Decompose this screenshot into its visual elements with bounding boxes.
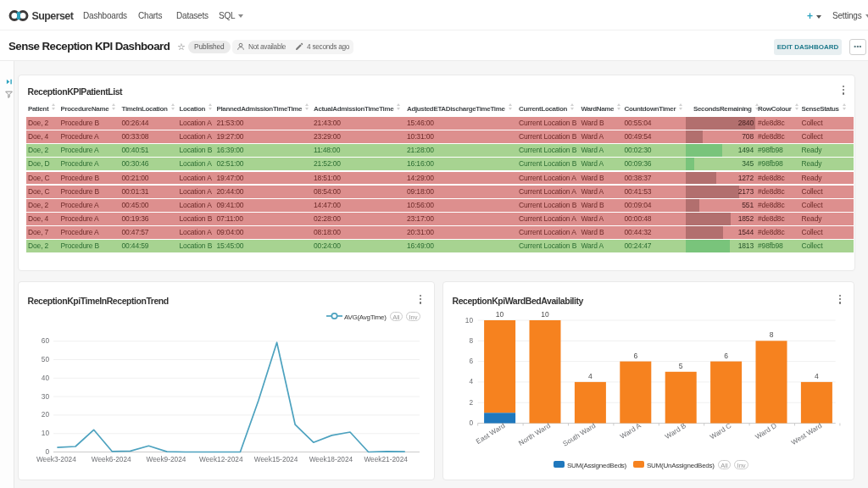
svg-text:4: 4 — [815, 372, 819, 380]
svg-text:Week21-2024: Week21-2024 — [364, 455, 408, 463]
svg-text:4: 4 — [469, 377, 473, 385]
svg-text:Ward C: Ward C — [709, 421, 733, 441]
svg-text:6: 6 — [633, 352, 637, 360]
svg-text:Week18-2024: Week18-2024 — [309, 455, 353, 463]
svg-text:10: 10 — [496, 310, 504, 319]
svg-text:30: 30 — [42, 392, 50, 401]
svg-text:Week6-2024: Week6-2024 — [92, 455, 131, 463]
svg-text:Week12-2024: Week12-2024 — [199, 455, 243, 463]
svg-text:East Ward: East Ward — [475, 421, 507, 446]
svg-text:4: 4 — [588, 372, 593, 380]
svg-text:8: 8 — [469, 336, 473, 345]
svg-text:2: 2 — [469, 398, 473, 407]
svg-text:6: 6 — [724, 352, 728, 360]
svg-text:Week3-2024: Week3-2024 — [36, 455, 76, 463]
svg-text:6: 6 — [469, 357, 473, 365]
svg-text:60: 60 — [42, 336, 50, 345]
svg-text:40: 40 — [42, 374, 50, 382]
svg-text:8: 8 — [770, 330, 774, 339]
svg-text:0: 0 — [469, 419, 473, 427]
svg-text:20: 20 — [42, 410, 50, 419]
svg-text:Ward D: Ward D — [754, 421, 778, 441]
svg-text:5: 5 — [679, 362, 683, 370]
svg-text:Week9-2024: Week9-2024 — [147, 455, 186, 463]
svg-text:Ward B: Ward B — [664, 421, 688, 441]
svg-text:North Ward: North Ward — [517, 421, 552, 447]
svg-text:50: 50 — [42, 355, 50, 363]
svg-text:Week15-2024: Week15-2024 — [254, 455, 298, 463]
svg-text:10: 10 — [541, 310, 549, 319]
svg-text:Ward A: Ward A — [619, 421, 643, 441]
svg-text:10: 10 — [42, 429, 50, 437]
svg-text:South Ward: South Ward — [561, 421, 598, 448]
svg-text:10: 10 — [465, 316, 474, 324]
